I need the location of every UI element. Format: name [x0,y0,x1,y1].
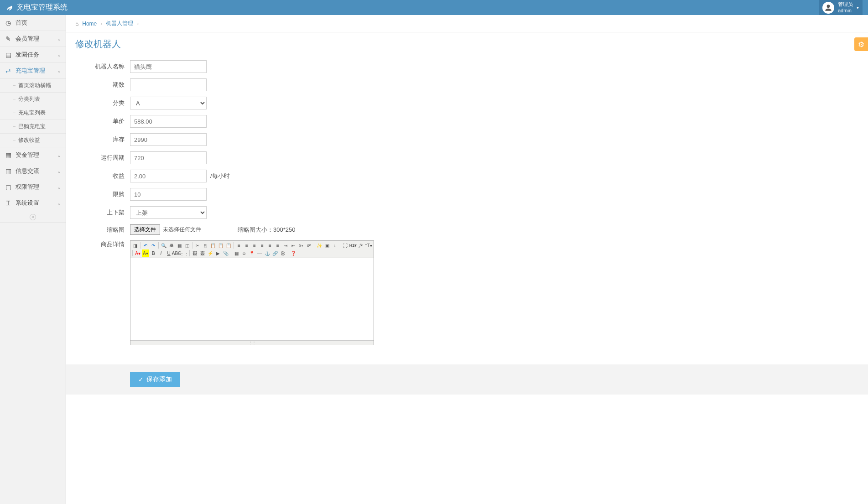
input-price[interactable] [130,115,207,128]
select-category[interactable]: A [130,97,207,109]
cut-icon[interactable]: ✂ [194,242,201,249]
form-actions: ✓保存添加 [66,364,868,395]
chevron-down-icon: ⌄ [57,152,61,158]
input-income[interactable] [130,170,207,182]
book-icon: ▤ [5,51,12,58]
about-icon[interactable]: ❓ [290,249,297,257]
align-center-icon[interactable]: ≡ [243,242,250,249]
map-icon[interactable]: 📍 [248,249,255,257]
file-button[interactable]: 选择文件 [130,224,160,235]
italic-icon[interactable]: I [157,249,165,257]
avatar-icon [822,2,834,14]
input-stock[interactable] [130,133,207,146]
paste-text-icon[interactable]: 📋 [217,242,224,249]
template-icon[interactable]: ▦ [176,242,183,249]
save-button[interactable]: ✓保存添加 [130,372,180,387]
breadcrumb-current[interactable]: 机器人管理 [106,20,133,27]
bold-icon[interactable]: B [150,249,157,257]
dashboard-icon: ◷ [5,19,12,26]
clear-icon[interactable]: ✨ [316,242,323,249]
undo-icon[interactable]: ↶ [142,242,149,249]
image-icon[interactable]: 🖼 [191,249,198,257]
label-thumb: 缩略图 [75,226,130,234]
media-icon[interactable]: ▶ [214,249,222,257]
nav-home[interactable]: ◷首页 [0,15,66,31]
input-cycle[interactable] [130,151,207,164]
nav-settings[interactable]: T系统设置⌄ [0,195,66,211]
outdent-icon[interactable]: ⇤ [290,242,297,249]
user-menu[interactable]: 管理员 admin ▾ [819,0,863,15]
label-price: 单价 [75,117,130,125]
chars-icon[interactable]: ⋮⋮ [181,249,188,257]
list-ol-icon[interactable]: ≡ [266,242,274,249]
strike-icon[interactable]: ABC [173,249,180,257]
nav-powerbank[interactable]: ⇄充电宝管理⌄ [0,63,66,79]
chevron-down-icon: ⌄ [57,200,61,206]
paste-word-icon[interactable]: 📋 [225,242,232,249]
breadcrumb-home[interactable]: Home [82,21,97,27]
select-status[interactable]: 上架 [130,206,207,219]
underline-icon[interactable]: U [165,249,172,257]
nav-funds[interactable]: ▦资金管理⌄ [0,147,66,163]
chevron-down-icon: ⌄ [57,68,61,74]
sub-category[interactable]: 分类列表 [0,93,66,106]
align-justify-icon[interactable]: ≡ [259,242,266,249]
flash-icon[interactable]: ⚡ [207,249,214,257]
editor-content[interactable] [130,258,374,340]
print-icon[interactable]: 🖶 [168,242,175,249]
list-ul-icon[interactable]: ≡ [274,242,281,249]
hr-icon[interactable]: — [256,249,263,257]
anchor-icon[interactable]: ⚓ [264,249,271,257]
nav-permission[interactable]: ▢权限管理⌄ [0,179,66,195]
check-icon: ✓ [138,376,144,383]
label-stock: 库存 [75,135,130,144]
font-icon[interactable]: 𝑓▾ [357,242,364,249]
copy-icon[interactable]: ⎘ [202,242,209,249]
multi-image-icon[interactable]: 🖼 [199,249,206,257]
sub-list[interactable]: 充电宝列表 [0,106,66,120]
nav-member[interactable]: ✎会员管理⌄ [0,31,66,47]
header: 充电宝管理系统 管理员 admin ▾ [0,0,868,15]
settings-gear[interactable]: ⚙ [854,37,868,51]
label-limit: 限购 [75,190,130,198]
table-icon[interactable]: ▦ [233,249,240,257]
editor-resize[interactable]: ⋮⋮ [130,340,374,345]
source-icon[interactable]: ◨ [131,242,139,249]
paste-icon[interactable]: 📋 [209,242,217,249]
nav-task[interactable]: ▤发圈任务⌄ [0,47,66,63]
input-name[interactable] [130,60,207,73]
heading-icon[interactable]: H1▾ [349,242,357,249]
input-period[interactable] [130,78,207,91]
file-icon[interactable]: 📎 [222,249,229,257]
size-icon[interactable]: тT▾ [365,242,372,249]
sub-banner[interactable]: 首页滚动横幅 [0,79,66,93]
emoji-icon[interactable]: ☺ [240,249,248,257]
unlink-icon[interactable]: ⛓ [279,249,286,257]
label-status: 上下架 [75,208,130,217]
main-content: ⌂ Home › 机器人管理 › 修改机器人 机器人名称 期数 分类A 单价 库… [66,15,868,504]
align-right-icon[interactable]: ≡ [251,242,258,249]
form: 机器人名称 期数 分类A 单价 库存 运行周期 收益/每小时 限购 上下架上架 … [66,56,868,355]
brand-text: 充电宝管理系统 [16,3,68,12]
bgcolor-icon[interactable]: A▾ [142,249,149,257]
fullscreen-icon[interactable]: ⛶ [342,242,349,249]
calendar-icon: ▦ [5,151,12,159]
preview-icon[interactable]: 🔍 [160,242,167,249]
sub-icon[interactable]: x₂ [297,242,305,249]
select-icon[interactable]: ▣ [323,242,331,249]
link-icon[interactable]: 🔗 [271,249,279,257]
nav-info[interactable]: ▥信息交流⌄ [0,163,66,179]
sidebar-collapse[interactable]: « [0,211,66,223]
color-icon[interactable]: A▾ [134,249,141,257]
sup-icon[interactable]: x² [305,242,312,249]
sub-income[interactable]: 修改收益 [0,134,66,147]
arrow-icon[interactable]: ↓ [331,242,338,249]
text-icon: T [5,199,12,207]
align-left-icon[interactable]: ≡ [235,242,243,249]
indent-icon[interactable]: ⇥ [282,242,289,249]
input-limit[interactable] [130,188,207,201]
code-icon[interactable]: ◫ [183,242,191,249]
redo-icon[interactable]: ↷ [150,242,157,249]
sub-purchased[interactable]: 已购充电宝 [0,120,66,134]
file-icon: ▢ [5,183,12,191]
